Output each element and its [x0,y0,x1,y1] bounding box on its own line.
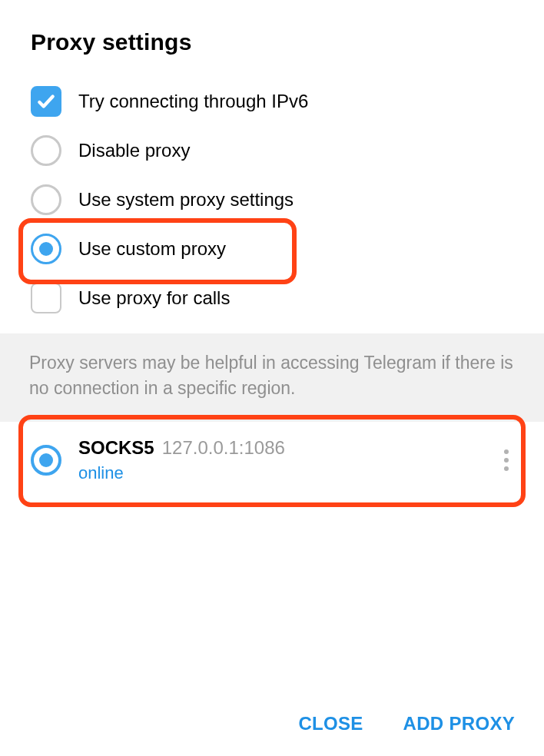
option-ipv6[interactable]: Try connecting through IPv6 [0,77,544,126]
radio-icon[interactable] [31,135,61,166]
radio-icon[interactable] [31,234,61,264]
option-label: Disable proxy [78,141,190,160]
dialog-footer: CLOSE ADD PROXY [298,713,515,734]
checkbox-icon[interactable] [31,283,61,313]
option-label: Use custom proxy [78,240,226,258]
proxy-type: SOCKS5 [78,437,154,459]
option-disable-proxy[interactable]: Disable proxy [0,126,544,175]
radio-icon[interactable] [31,184,61,215]
option-system-proxy[interactable]: Use system proxy settings [0,175,544,224]
proxy-list: SOCKS5 127.0.0.1:1086 online [0,422,544,499]
options-group: Try connecting through IPv6 Disable prox… [0,72,544,333]
proxy-address: 127.0.0.1:1086 [162,437,285,459]
option-proxy-for-calls[interactable]: Use proxy for calls [0,274,544,323]
more-icon[interactable] [499,445,513,476]
option-label: Try connecting through IPv6 [78,92,308,111]
option-label: Use system proxy settings [78,191,294,209]
proxy-text: SOCKS5 127.0.0.1:1086 online [78,437,483,483]
page-title: Proxy settings [0,0,544,72]
close-button[interactable]: CLOSE [298,713,363,734]
radio-icon[interactable] [31,445,61,476]
proxy-item[interactable]: SOCKS5 127.0.0.1:1086 online [0,422,544,499]
add-proxy-button[interactable]: ADD PROXY [403,713,515,734]
proxy-settings-dialog: Proxy settings Try connecting through IP… [0,0,544,756]
option-label: Use proxy for calls [78,289,230,307]
info-text: Proxy servers may be helpful in accessin… [0,333,544,422]
proxy-status: online [78,463,483,483]
checkbox-icon[interactable] [31,86,61,117]
option-custom-proxy[interactable]: Use custom proxy [0,224,544,274]
